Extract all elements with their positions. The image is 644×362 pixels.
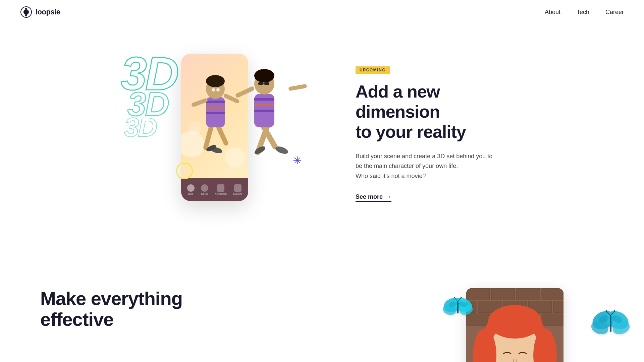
svg-point-29 [254,69,274,82]
nav-about[interactable]: About [545,9,560,16]
svg-rect-9 [206,101,225,103]
cursor-circle [176,163,193,179]
phone-tab-explore: Explore [233,184,242,195]
svg-point-59 [454,297,455,298]
girl-svg [466,288,564,362]
svg-point-61 [461,297,462,298]
deco-3d-text-3: 3D [124,114,156,141]
svg-rect-32 [263,83,264,84]
logo-text: loopsie [36,8,60,16]
phone-tab-notes: Notes [201,184,208,195]
svg-rect-26 [254,110,274,112]
butterfly-right [590,308,631,340]
butterfly-top-left [443,295,473,320]
content-3d: UPCOMING Add a new dimension to your rea… [356,66,523,201]
svg-point-15 [206,75,225,87]
section-3d: 3D 3D 3D ✦ ✳ [0,27,644,241]
phone-tab-animation-label: Animation [215,192,227,195]
svg-point-2 [25,8,27,10]
svg-rect-30 [258,82,263,85]
logo-icon [20,6,32,18]
butterfly-area [449,288,604,362]
phone-tab-animation: Animation [215,184,227,195]
section-effective: Make everything effective [0,268,644,362]
feature-title: Add a new dimension to your reality [356,82,523,142]
svg-point-51 [488,305,542,339]
svg-rect-35 [491,288,515,300]
main-nav: About Tech Career [545,9,624,16]
nav-tech[interactable]: Tech [577,9,589,16]
svg-rect-25 [254,104,274,106]
floating-dancer-svg [225,47,309,174]
svg-point-3 [25,14,27,16]
svg-point-81 [614,310,615,312]
phone-nav-bar: Blue Notes Animation Explore [181,178,248,201]
feature-description: Build your scene and create a 3D set beh… [356,152,523,181]
phone-area: 3D 3D 3D ✦ ✳ [121,47,315,221]
effective-text: Make everything effective [40,288,182,329]
phone-tab-notes-label: Notes [201,192,208,195]
svg-rect-77 [610,316,611,332]
badge-upcoming: UPCOMING [356,66,390,74]
nav-career[interactable]: Career [605,9,624,16]
svg-rect-42 [553,301,564,313]
phone-tab-blue-label: Blue [188,192,194,195]
phone-tab-explore-label: Explore [233,192,242,195]
svg-rect-12 [191,98,208,107]
svg-rect-57 [457,302,459,313]
girl-face [466,288,564,362]
svg-point-1 [23,9,29,15]
svg-rect-36 [517,288,540,300]
spacer-1 [0,241,644,268]
svg-rect-31 [264,82,269,85]
effective-title: Make everything effective [40,288,182,329]
svg-point-17 [216,88,220,92]
svg-rect-11 [206,112,225,114]
svg-point-16 [212,88,215,92]
svg-rect-10 [206,107,225,109]
logo[interactable]: loopsie [20,6,60,18]
girl-photo [466,288,564,362]
floating-dancer [225,47,309,176]
svg-rect-46 [542,314,564,325]
see-more-link[interactable]: See more → [356,193,391,202]
svg-rect-18 [288,84,307,91]
main-content: 3D 3D 3D ✦ ✳ [0,0,644,362]
header: loopsie About Tech Career [0,0,644,24]
svg-rect-37 [542,288,564,300]
svg-rect-24 [254,98,274,101]
svg-point-79 [606,310,607,312]
svg-rect-27 [235,86,255,98]
phone-tab-blue: Blue [187,184,195,195]
